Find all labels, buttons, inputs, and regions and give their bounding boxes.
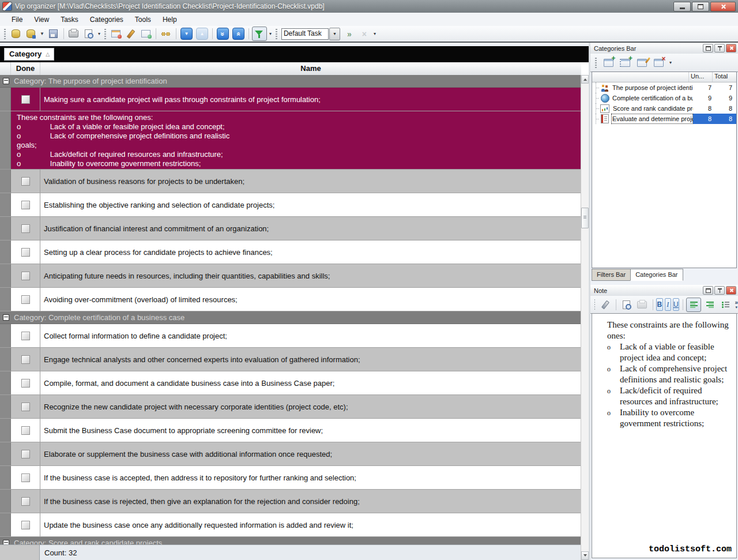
edit-task-button[interactable] <box>124 27 138 40</box>
toolbar-overflow-dropdown[interactable]: ▾ <box>372 31 377 36</box>
print-button[interactable] <box>67 27 81 40</box>
task-checkbox[interactable] <box>21 95 30 104</box>
print-preview-dropdown[interactable]: ▾ <box>97 31 101 36</box>
task-name-cell[interactable]: Avoiding over-commitment (overload) of l… <box>40 288 581 311</box>
task-name-cell[interactable]: Making sure a candidate project will pas… <box>40 88 581 111</box>
combo-dropdown-button[interactable]: ▼ <box>329 28 340 40</box>
task-name-cell[interactable]: Justification of financial interest and … <box>40 217 581 240</box>
print-preview-button[interactable] <box>82 27 96 40</box>
task-checkbox[interactable] <box>21 355 30 364</box>
task-note-row[interactable]: These constraints are the following ones… <box>0 111 581 170</box>
filter-button[interactable] <box>252 27 267 41</box>
toolbar-grip[interactable] <box>4 29 6 39</box>
category-label-wrap[interactable]: Complete certification of a bu <box>611 93 693 103</box>
italic-button[interactable]: I <box>665 298 671 311</box>
task-checkbox[interactable] <box>21 295 30 304</box>
note-panel-titlebar[interactable]: Note <box>590 285 738 296</box>
task-name-cell[interactable]: Submit the Business Case document to app… <box>40 419 581 442</box>
new-subcategory-button[interactable] <box>618 56 632 69</box>
task-row[interactable]: Submit the Business Case document to app… <box>0 419 581 442</box>
task-row[interactable]: Justification of financial interest and … <box>0 217 581 240</box>
task-filter-value[interactable]: Default Task <box>281 28 329 40</box>
task-checkbox[interactable] <box>21 521 30 529</box>
task-row[interactable]: Update the business case once any additi… <box>0 513 581 537</box>
panel-restore-button[interactable] <box>703 44 713 52</box>
category-label-wrap[interactable]: Score and rank candidate pro <box>612 103 693 114</box>
menu-item[interactable]: File <box>6 14 28 25</box>
collapse-icon[interactable] <box>3 314 9 321</box>
menu-item[interactable]: View <box>28 14 55 25</box>
task-name-cell[interactable]: Setting up a clear process for candidate… <box>40 240 581 264</box>
new-category-button[interactable] <box>601 56 615 69</box>
move-to-bottom-button[interactable]: » <box>217 28 229 40</box>
toolbar-grip[interactable] <box>276 29 277 39</box>
panel-restore-button[interactable] <box>703 286 713 295</box>
task-name-cell[interactable]: Anticipating future needs in resources, … <box>40 264 581 287</box>
toolbar-grip[interactable] <box>104 29 106 39</box>
task-checkbox[interactable] <box>21 450 30 458</box>
filter-dropdown[interactable]: ▾ <box>268 31 273 36</box>
done-column-header[interactable]: Done <box>11 62 40 75</box>
note-toolbar-overflow[interactable]: »▾ <box>735 300 738 309</box>
category-item[interactable]: Evaluate and determine proje 8 8 <box>592 114 736 124</box>
menu-item[interactable]: Help <box>157 14 183 25</box>
bold-button[interactable]: B <box>656 298 662 311</box>
scroll-down-button[interactable] <box>581 551 589 560</box>
task-row[interactable]: Anticipating future needs in resources, … <box>0 264 581 288</box>
task-name-cell[interactable]: Collect formal information to define a c… <box>40 324 581 347</box>
find-button[interactable] <box>159 27 173 40</box>
task-name-cell[interactable]: Compile, format, and document a candidat… <box>40 371 581 394</box>
task-checkbox[interactable] <box>21 403 30 411</box>
task-row[interactable]: Establishing the objective ranking and s… <box>0 193 581 217</box>
tab-filters-bar[interactable]: Filters Bar <box>592 269 631 281</box>
task-name-cell[interactable]: If the business case is rejected, then g… <box>40 490 581 513</box>
new-database-button[interactable] <box>9 27 22 40</box>
restore-button[interactable] <box>692 2 709 12</box>
category-label-wrap[interactable]: The purpose of project identi <box>611 82 693 93</box>
task-checkbox[interactable] <box>21 177 30 186</box>
menu-item[interactable]: Tasks <box>55 14 84 25</box>
task-name-cell[interactable]: Update the business case once any additi… <box>40 513 581 536</box>
name-column-header[interactable]: Name <box>40 62 581 75</box>
category-item[interactable]: Complete certification of a bu 9 9 <box>592 93 736 103</box>
category-label-wrap[interactable]: Evaluate and determine proje <box>611 114 693 124</box>
task-name-cell[interactable]: Engage technical analysts and other conc… <box>40 348 581 371</box>
toolbar-grip[interactable] <box>595 58 597 68</box>
save-button[interactable] <box>47 27 61 40</box>
note-content[interactable]: These constraints are the following ones… <box>592 313 737 558</box>
task-row[interactable]: Collect formal information to define a c… <box>0 324 581 348</box>
scroll-up-button[interactable] <box>581 75 589 84</box>
category-group-row[interactable]: Category: The purpose of project identif… <box>0 75 581 88</box>
task-checkbox[interactable] <box>21 332 30 340</box>
panel-pin-button[interactable] <box>714 44 725 52</box>
minimize-button[interactable] <box>673 2 691 12</box>
panel-close-button[interactable] <box>726 286 736 295</box>
panel-close-button[interactable] <box>726 44 736 52</box>
task-row[interactable]: Validation of business reasons for proje… <box>0 170 581 193</box>
edit-note-button[interactable] <box>598 298 612 311</box>
task-checkbox[interactable] <box>21 426 30 435</box>
panel-pin-button[interactable] <box>714 286 725 295</box>
close-button[interactable] <box>710 2 736 12</box>
delete-category-button[interactable] <box>652 56 665 69</box>
clear-filter-button[interactable] <box>357 27 371 40</box>
task-checkbox[interactable] <box>21 272 30 280</box>
group-by-category-button[interactable]: Category △ <box>4 48 54 61</box>
category-item[interactable]: Score and rank candidate pro 8 8 <box>592 103 736 114</box>
move-up-button[interactable]: ▲ <box>196 28 208 40</box>
open-database-button[interactable] <box>24 27 37 40</box>
task-row[interactable]: If the business case is rejected, then g… <box>0 490 581 513</box>
new-task-button[interactable] <box>109 27 123 40</box>
task-name-cell[interactable]: If the business case is accepted, then a… <box>40 466 581 489</box>
category-group-row[interactable]: Category: Score and rank candidate proje… <box>0 537 581 545</box>
collapse-icon[interactable] <box>3 78 9 84</box>
task-filter-combo[interactable]: Default Task ▼ <box>281 28 340 40</box>
align-right-button[interactable] <box>703 298 717 311</box>
task-checkbox[interactable] <box>21 379 30 388</box>
move-down-button[interactable]: ▼ <box>180 28 193 40</box>
task-name-cell[interactable]: Validation of business reasons for proje… <box>40 170 581 193</box>
vertical-scrollbar[interactable] <box>581 75 589 560</box>
preview-note-button[interactable] <box>620 298 634 311</box>
task-name-cell[interactable]: Elaborate or supplement the business cas… <box>40 442 581 465</box>
task-row[interactable]: Elaborate or supplement the business cas… <box>0 442 581 466</box>
